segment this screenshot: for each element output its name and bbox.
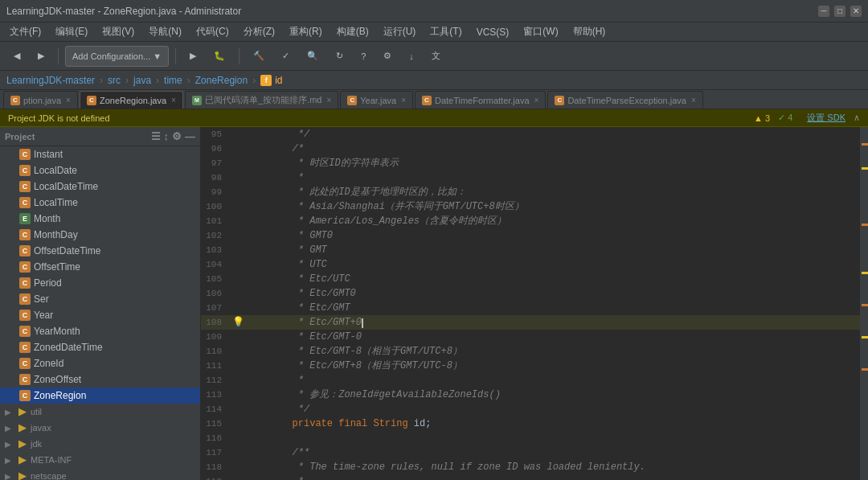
code-line-117: 117 /** (201, 445, 860, 460)
editor: 95 */96 /*97 * 时区ID的字符串表示98 *99 * 此处的ID是… (201, 127, 860, 480)
tab-icon-4: C (422, 96, 432, 105)
sidebar-item-Month[interactable]: EMonth (0, 211, 200, 227)
sidebar-item-META-INF[interactable]: ▶▶META-INF (0, 452, 200, 468)
tab-close-5[interactable]: × (691, 96, 696, 105)
bc-zoneregion[interactable]: ZoneRegion (195, 75, 248, 86)
sidebar-item-LocalTime[interactable]: CLocalTime (0, 195, 200, 211)
sidebar-item-label-17: javax (31, 423, 51, 433)
bc-project[interactable]: LearningJDK-master (6, 75, 95, 86)
maximize-button[interactable]: □ (834, 6, 845, 17)
lightbulb-icon[interactable]: 💡 (232, 315, 244, 330)
sidebar-item-ZonedDateTime[interactable]: CZonedDateTime (0, 339, 200, 355)
translate-button[interactable]: 文 (424, 46, 448, 67)
tab-icon-5: C (555, 96, 564, 105)
sidebar-item-LocalDate[interactable]: CLocalDate (0, 162, 200, 178)
download-button[interactable]: ↓ (402, 46, 421, 67)
sidebar-item-Instant[interactable]: CInstant (0, 146, 200, 162)
tab-close-3[interactable]: × (401, 96, 406, 105)
sidebar-align-icon[interactable]: ☰ (151, 130, 161, 142)
menu-item[interactable]: 文件(F) (3, 23, 47, 40)
run-button[interactable]: ▶ (182, 46, 203, 67)
code-line-103: 103 * GMT (201, 243, 860, 257)
line-content-111: * Etc/GMT+8（相当于GMT/UTC-8） (246, 359, 844, 373)
editor-tab-3[interactable]: CYear.java× (340, 91, 413, 109)
menu-item[interactable]: 视图(V) (96, 23, 141, 40)
code-line-109: 109 * Etc/GMT-0 (201, 330, 860, 344)
menu-item[interactable]: VCS(S) (470, 25, 516, 39)
line-number-99: 99 (201, 185, 230, 199)
tab-close-4[interactable]: × (534, 96, 539, 105)
line-content-98: * (246, 170, 844, 185)
tab-close-1[interactable]: × (171, 96, 176, 105)
bc-java[interactable]: java (133, 75, 151, 86)
editor-tab-5[interactable]: CDateTimeParseException.java× (547, 91, 702, 109)
code-line-99: 99 * 此处的ID是基于地理时区的，比如： (201, 185, 860, 199)
forward-button[interactable]: ▶ (31, 46, 51, 67)
sidebar-item-label-7: OffsetTime (34, 261, 80, 273)
marker-4 (862, 272, 868, 274)
sidebar-item-MonthDay[interactable]: CMonthDay (0, 227, 200, 243)
menu-item[interactable]: 代码(C) (190, 23, 235, 40)
editor-tab-4[interactable]: CDateTimeFormatter.java× (415, 91, 546, 109)
sidebar-item-netscape[interactable]: ▶▶netscape (0, 468, 200, 480)
separator2 (175, 48, 176, 64)
sidebar-item-Year[interactable]: CYear (0, 307, 200, 323)
breadcrumb: LearningJDK-master › src › java › time ›… (0, 71, 868, 90)
sidebar-sort-icon[interactable]: ↕ (164, 130, 170, 142)
sidebar: Project ☰ ↕ ⚙ — CInstantCLocalDateCLocal… (0, 127, 201, 480)
back-button[interactable]: ◀ (6, 46, 27, 67)
bc-time[interactable]: time (164, 75, 182, 86)
line-number-118: 118 (201, 460, 230, 474)
sidebar-item-jdk[interactable]: ▶▶jdk (0, 436, 200, 452)
sdk-link[interactable]: 设置 SDK (807, 112, 845, 124)
editor-tab-0[interactable]: Cption.java× (3, 91, 78, 109)
sidebar-header: Project ☰ ↕ ⚙ — (0, 127, 200, 146)
sidebar-item-OffsetTime[interactable]: COffsetTime (0, 259, 200, 275)
search-button[interactable]: 🔍 (300, 46, 326, 67)
debug-button[interactable]: 🐛 (207, 46, 232, 67)
editor-tab-2[interactable]: M已阅代码清单_按功能排序.md× (185, 91, 338, 109)
tab-close-0[interactable]: × (66, 96, 71, 105)
sidebar-item-ZoneId[interactable]: CZoneId (0, 355, 200, 371)
sidebar-settings-icon[interactable]: ⚙ (172, 130, 182, 142)
menu-item[interactable]: 工具(T) (424, 23, 468, 40)
sidebar-item-OffsetDateTime[interactable]: COffsetDateTime (0, 243, 200, 259)
add-configuration-button[interactable]: Add Configuration... ▼ (65, 46, 169, 67)
settings-button[interactable]: ⚙ (376, 46, 399, 67)
build-button[interactable]: 🔨 (246, 46, 272, 67)
line-content-96: /* (246, 142, 844, 156)
tab-close-2[interactable]: × (326, 96, 331, 105)
check-button[interactable]: ✓ (275, 46, 297, 67)
refresh-button[interactable]: ↻ (329, 46, 350, 67)
line-gutter-108[interactable]: 💡 (230, 315, 246, 330)
menu-item[interactable]: 运行(U) (377, 23, 423, 40)
sidebar-item-Period[interactable]: CPeriod (0, 275, 200, 291)
menu-item[interactable]: 构建(B) (330, 23, 375, 40)
help-button[interactable]: ? (354, 46, 373, 67)
close-button[interactable]: ✕ (850, 6, 862, 17)
code-line-105: 105 * Etc/UTC (201, 272, 860, 286)
menu-item[interactable]: 编辑(E) (49, 23, 94, 40)
expand-icon[interactable]: ∧ (854, 113, 860, 123)
bc-id[interactable]: id (275, 75, 282, 86)
bc-src[interactable]: src (108, 75, 121, 86)
sidebar-item-javax[interactable]: ▶▶javax (0, 420, 200, 436)
sidebar-close-icon[interactable]: — (185, 130, 195, 142)
sidebar-item-ZoneRegion[interactable]: CZoneRegion (0, 388, 200, 404)
code-area[interactable]: 95 */96 /*97 * 时区ID的字符串表示98 *99 * 此处的ID是… (201, 127, 860, 480)
sidebar-item-util[interactable]: ▶▶util (0, 404, 200, 420)
marker-5 (862, 304, 868, 306)
menu-item[interactable]: 重构(R) (283, 23, 329, 40)
code-line-104: 104 * UTC (201, 257, 860, 272)
sidebar-item-Ser[interactable]: CSer (0, 291, 200, 307)
menu-item[interactable]: 导航(N) (142, 23, 188, 40)
menu-item[interactable]: 窗口(W) (517, 23, 564, 40)
minimize-button[interactable]: ─ (818, 6, 829, 17)
menu-item[interactable]: 帮助(H) (567, 23, 612, 40)
sidebar-item-YearMonth[interactable]: CYearMonth (0, 323, 200, 339)
editor-tab-1[interactable]: CZoneRegion.java× (80, 91, 183, 109)
sidebar-item-LocalDateTime[interactable]: CLocalDateTime (0, 178, 200, 195)
code-line-106: 106 * Etc/GMT0 (201, 286, 860, 301)
menu-item[interactable]: 分析(Z) (237, 23, 281, 40)
sidebar-item-ZoneOffset[interactable]: CZoneOffset (0, 371, 200, 388)
